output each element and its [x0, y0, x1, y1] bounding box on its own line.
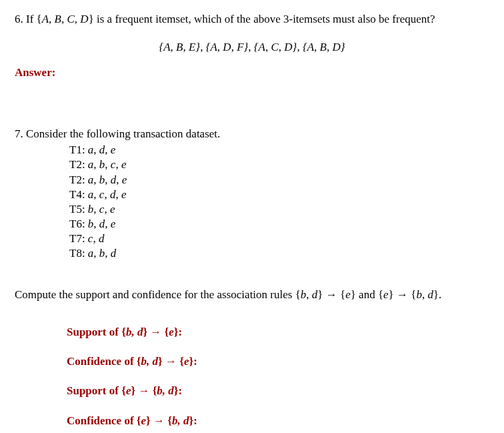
compute-end: }. — [433, 288, 441, 301]
list-item: T6: b, d, e — [69, 217, 489, 232]
trans-id: T5: — [69, 203, 85, 215]
list-item: T5: b, c, e — [69, 202, 489, 217]
list-item: T8: a, b, d — [69, 246, 489, 261]
s2-end: }: — [174, 384, 182, 397]
trans-items: a, c, d, e — [85, 188, 127, 201]
c2-lhs: e — [141, 414, 147, 427]
compute-r2-mid: } → { — [389, 288, 417, 301]
trans-items: c, d — [85, 232, 105, 245]
compute-pre: Compute the support and confidence for t… — [15, 288, 301, 301]
compute-r1-lhs: b, d — [301, 288, 318, 301]
trans-id: T4: — [69, 188, 85, 201]
c1-pre: Confidence of { — [67, 355, 141, 368]
list-item: T1: a, d, e — [69, 143, 489, 157]
trans-id: T6: — [69, 218, 85, 230]
q6-question: 6. If {A, B, C, D} is a frequent itemset… — [15, 12, 489, 27]
compute-r1-mid: } → { — [317, 288, 345, 301]
compute-between: } and { — [351, 288, 383, 301]
list-item: T4: a, c, d, e — [69, 187, 489, 202]
confidence-rule-1: Confidence of {b, d} → {e}: — [67, 354, 489, 369]
q6-text-pre: 6. If { — [15, 13, 42, 25]
trans-items: b, d, e — [85, 218, 116, 230]
support-rule-1: Support of {b, d} → {e}: — [67, 325, 489, 340]
trans-id: T8: — [69, 247, 85, 260]
compute-r2-rhs: b, d — [416, 288, 433, 301]
q6-set: A, B, C, D — [42, 13, 89, 25]
s2-rhs: b, d — [157, 384, 174, 397]
trans-items: a, b, d — [85, 247, 117, 260]
s1-mid: } → { — [143, 326, 169, 338]
trans-items: b, c, e — [85, 203, 115, 215]
list-item: T7: c, d — [69, 232, 489, 246]
q7-compute-instruction: Compute the support and confidence for t… — [15, 288, 489, 302]
q7-intro: 7. Consider the following transaction da… — [15, 127, 489, 141]
s2-pre: Support of { — [67, 384, 126, 397]
c2-end: }: — [189, 414, 197, 427]
s2-mid: } → { — [131, 384, 157, 397]
c1-lhs: b, d — [141, 355, 159, 368]
trans-items: a, d, e — [85, 143, 116, 156]
trans-items: a, b, d, e — [85, 173, 127, 186]
compute-r1-rhs: e — [345, 288, 351, 301]
c1-mid: } → { — [158, 355, 184, 368]
q7-transaction-list: T1: a, d, e T2: a, b, c, e T2: a, b, d, … — [15, 143, 489, 261]
q6-candidate-sets: {A, B, E}, {A, D, F}, {A, C, D}, {A, B, … — [159, 41, 345, 53]
s1-rhs: e — [169, 326, 174, 338]
trans-id: T2: — [69, 158, 85, 171]
page-root: 6. If {A, B, C, D} is a frequent itemset… — [0, 0, 504, 428]
s1-end: }: — [174, 326, 182, 338]
trans-id: T2: — [69, 173, 85, 186]
q7-answer-block: Support of {b, d} → {e}: Confidence of {… — [15, 325, 489, 428]
s1-lhs: b, d — [126, 326, 143, 338]
c2-pre: Confidence of { — [67, 414, 141, 427]
c2-rhs: b, d — [172, 414, 189, 427]
trans-items: a, b, c, e — [85, 158, 127, 171]
trans-id: T7: — [69, 232, 85, 245]
q6-answer-label: Answer: — [15, 65, 489, 80]
trans-id: T1: — [69, 143, 85, 156]
c2-mid: } → { — [146, 414, 172, 427]
support-rule-2: Support of {e} → {b, d}: — [67, 384, 489, 398]
compute-r2-lhs: e — [383, 288, 389, 301]
q6-text-mid: } is a frequent itemset, which of the ab… — [89, 13, 435, 25]
confidence-rule-2: Confidence of {e} → {b, d}: — [67, 414, 489, 428]
c1-end: }: — [189, 355, 197, 368]
s1-pre: Support of { — [67, 326, 126, 338]
q6-candidates: {A, B, E}, {A, D, F}, {A, C, D}, {A, B, … — [15, 40, 489, 55]
list-item: T2: a, b, d, e — [69, 173, 489, 187]
list-item: T2: a, b, c, e — [69, 157, 489, 172]
